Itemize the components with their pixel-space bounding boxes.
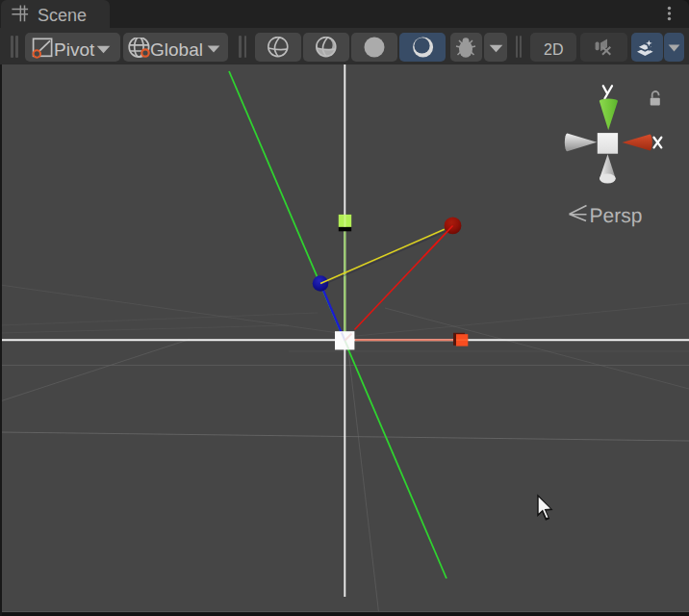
svg-text:Persp: Persp (590, 205, 643, 227)
